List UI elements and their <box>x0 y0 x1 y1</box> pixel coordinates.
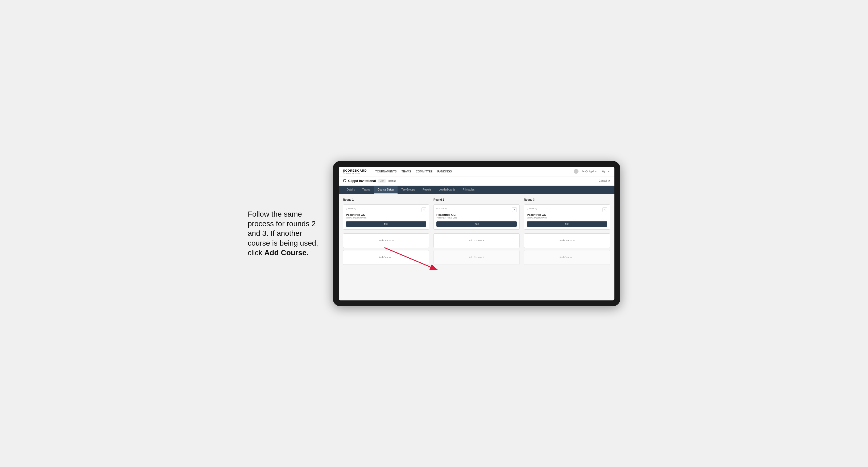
course-a-label: (Course A) <box>346 207 356 210</box>
course-a-label-r3: (Course A) <box>527 207 537 210</box>
plus-icon-r2-1: + <box>483 239 484 242</box>
tab-printables[interactable]: Printables <box>459 186 478 194</box>
cancel-label: Cancel <box>599 179 607 182</box>
add-course-r3-card-1[interactable]: Add Course + <box>524 234 610 248</box>
add-course-r3-card-2: Add Course + <box>524 250 610 265</box>
round-3-course-card: (Course A) ✕ Peachtree GC Yellow (M) (66… <box>524 205 610 230</box>
course-a-label-r2: (Course A) <box>436 207 446 210</box>
instruction-bold: Add Course. <box>264 249 308 257</box>
sub-header-left: C Clippd Invitational Men Hosting <box>343 179 396 183</box>
add-course-r1-card-1[interactable]: Add Course + <box>343 234 429 248</box>
tab-results[interactable]: Results <box>419 186 435 194</box>
tab-teams[interactable]: Teams <box>359 186 374 194</box>
card-header: (Course A) ✕ <box>346 207 426 212</box>
edit-course-r1-button[interactable]: Edit <box>346 221 426 227</box>
brand-title: SCOREBOARD <box>343 169 367 172</box>
course-name-r1: Peachtree GC <box>346 213 426 216</box>
user-email: blair@clippd.io <box>581 170 596 173</box>
course-name-r2: Peachtree GC <box>436 213 517 216</box>
tab-tee-groups[interactable]: Tee Groups <box>398 186 419 194</box>
nav-committee[interactable]: COMMITTEE <box>416 170 433 173</box>
add-course-r3-text-1: Add Course + <box>560 239 575 242</box>
tournament-gender-badge: Men <box>378 179 386 183</box>
clippd-logo-icon: C <box>343 179 346 183</box>
round-1-column: Round 1 (Course A) ✕ Peachtree GC Yellow… <box>343 198 429 265</box>
tablet-device: SCOREBOARD Powered by clippd TOURNAMENTS… <box>333 161 620 306</box>
round-2-course-card: (Course A) ✕ Peachtree GC Yellow (M) (66… <box>433 205 520 230</box>
round-3-title: Round 3 <box>524 198 610 201</box>
nav-tournaments[interactable]: TOURNAMENTS <box>375 170 397 173</box>
tournament-name: Clippd Invitational <box>348 179 376 183</box>
user-avatar <box>574 169 579 174</box>
edit-course-r3-button[interactable]: Edit <box>527 221 607 227</box>
course-details-r2: Yellow (M) (6629 yds) <box>436 217 517 219</box>
top-nav: SCOREBOARD Powered by clippd TOURNAMENTS… <box>339 167 614 177</box>
brand-logo: SCOREBOARD Powered by clippd <box>343 169 367 174</box>
round-1-title: Round 1 <box>343 198 429 201</box>
tab-course-setup[interactable]: Course Setup <box>374 186 398 194</box>
add-course-r2-text-2: Add Course + <box>469 256 484 259</box>
plus-icon-r2-2: + <box>483 256 484 259</box>
instruction-text: Follow the same process for rounds 2 and… <box>248 210 318 257</box>
course-details-r1: Yellow (M) (6629 yds) <box>346 217 426 219</box>
tab-leaderboards[interactable]: Leaderboards <box>435 186 459 194</box>
plus-icon-r1-1: + <box>392 239 394 242</box>
card-header-r2: (Course A) ✕ <box>436 207 517 212</box>
main-content: Round 1 (Course A) ✕ Peachtree GC Yellow… <box>339 194 614 301</box>
plus-icon-r3-2: + <box>573 256 575 259</box>
add-course-r2-card-1[interactable]: Add Course + <box>433 234 520 248</box>
tablet-screen: SCOREBOARD Powered by clippd TOURNAMENTS… <box>339 167 614 301</box>
close-icon: ✕ <box>608 179 610 182</box>
tab-details[interactable]: Details <box>343 186 359 194</box>
cancel-button[interactable]: Cancel ✕ <box>599 179 610 182</box>
add-course-r3-text-2: Add Course + <box>560 256 575 259</box>
nav-links: TOURNAMENTS TEAMS COMMITTEE RANKINGS <box>375 170 567 173</box>
add-course-r1-card-2[interactable]: Add Course + <box>343 250 429 265</box>
delete-course-r1-button[interactable]: ✕ <box>422 207 426 212</box>
round-1-course-card: (Course A) ✕ Peachtree GC Yellow (M) (66… <box>343 205 429 230</box>
card-header-r3: (Course A) ✕ <box>527 207 607 212</box>
course-name-r3: Peachtree GC <box>527 213 607 216</box>
delete-course-r2-button[interactable]: ✕ <box>512 207 517 212</box>
add-course-r1-text-1: Add Course + <box>379 239 394 242</box>
instruction-block: Follow the same process for rounds 2 and… <box>248 210 322 258</box>
nav-right: blair@clippd.io | Sign out <box>574 169 610 174</box>
nav-rankings[interactable]: RANKINGS <box>437 170 452 173</box>
brand-subtitle: Powered by clippd <box>343 172 367 174</box>
delete-course-r3-button[interactable]: ✕ <box>602 207 607 212</box>
round-2-column: Round 2 (Course A) ✕ Peachtree GC Yellow… <box>433 198 520 265</box>
add-course-r2-card-2: Add Course + <box>433 250 520 265</box>
course-details-r3: Yellow (M) (6629 yds) <box>527 217 607 219</box>
add-course-r2-text-1: Add Course + <box>469 239 484 242</box>
sub-header: C Clippd Invitational Men Hosting Cancel… <box>339 177 614 186</box>
tab-bar: Details Teams Course Setup Tee Groups Re… <box>339 186 614 194</box>
add-course-r1-text-2: Add Course + <box>379 256 394 259</box>
edit-course-r2-button[interactable]: Edit <box>436 221 517 227</box>
plus-icon-r1-2: + <box>392 256 394 259</box>
round-2-title: Round 2 <box>433 198 520 201</box>
round-3-column: Round 3 (Course A) ✕ Peachtree GC Yellow… <box>524 198 610 265</box>
hosting-status: Hosting <box>388 180 396 182</box>
nav-teams[interactable]: TEAMS <box>402 170 411 173</box>
plus-icon-r3-1: + <box>573 239 575 242</box>
nav-separator: | <box>599 170 599 173</box>
rounds-grid: Round 1 (Course A) ✕ Peachtree GC Yellow… <box>343 198 610 265</box>
sign-out-link[interactable]: Sign out <box>601 170 610 173</box>
